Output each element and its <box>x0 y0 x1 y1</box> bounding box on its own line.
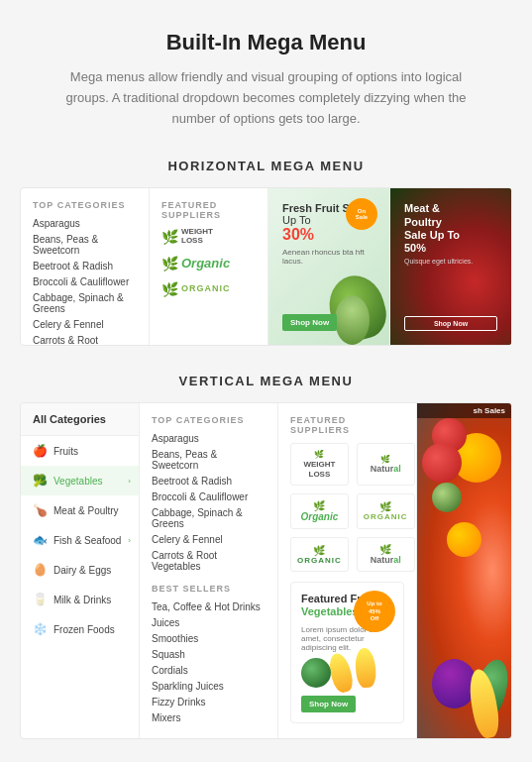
food-background: sh Sales <box>417 403 511 738</box>
sidebar-item-fish[interactable]: 🐟 Fish & Seafood › <box>21 525 139 555</box>
leaf-icon: 🌿 <box>379 501 391 512</box>
sidebar-item-dairy[interactable]: 🥚 Dairy & Eggs <box>21 555 139 585</box>
list-item[interactable]: 🌿 Organic <box>290 493 349 529</box>
dairy-icon: 🥚 <box>33 563 48 577</box>
fish-icon: 🐟 <box>33 533 48 547</box>
list-item[interactable]: Sparkling Juices <box>152 681 266 692</box>
sidebar-item-label: Milk & Drinks <box>53 595 111 605</box>
list-item[interactable]: Asparagus <box>33 218 137 229</box>
list-item[interactable]: 🌿 ORGANIC <box>161 281 256 297</box>
vertical-categories-panel: TOP CATEGORIES Asparagus Beans, Peas & S… <box>140 403 278 738</box>
list-item[interactable]: 🌿 WEIGHT LOSS <box>290 443 349 486</box>
list-item[interactable]: Squash <box>152 649 266 660</box>
list-item[interactable]: Cordials <box>152 665 266 676</box>
list-item[interactable]: 🌿 Organic <box>161 256 256 272</box>
featured-shop-now-button[interactable]: Shop Now <box>301 696 356 712</box>
list-item[interactable]: 🌿 WEIGHT LOSS <box>161 228 256 246</box>
list-item[interactable]: Juices <box>152 617 266 628</box>
sidebar-item-label: Vegetables <box>53 476 103 487</box>
vegetable-decoration <box>310 256 389 345</box>
page-wrapper: Built-In Mega Menu Mega menus allow frie… <box>0 0 532 762</box>
list-item[interactable]: 🌿 ORGANIC <box>357 493 415 529</box>
discount-badge: Up to45%Off <box>354 591 395 632</box>
vertical-sidebar: All Categories 🍎 Fruits 🥦 Vegetables › 🍗… <box>21 403 140 738</box>
list-item[interactable]: Beetroot & Radish <box>33 261 137 272</box>
list-item[interactable]: Carrots & Root Vegetables <box>152 550 266 572</box>
list-item[interactable]: Broccoli & Cauliflower <box>33 276 137 287</box>
horizontal-mega-menu: TOP CATEGORIES Asparagus Beans, Peas & S… <box>20 187 512 346</box>
best-sellers-label: BEST SELLERS <box>152 584 266 594</box>
leaf-icon: 🌿 <box>313 500 325 511</box>
sidebar-item-label: Meat & Poultry <box>53 505 119 516</box>
fruits-icon: 🍎 <box>33 444 48 458</box>
lime-decoration <box>432 483 462 512</box>
leaf-icon: 🌿 <box>161 281 178 297</box>
vertical-promo-image: sh Sales <box>417 403 511 738</box>
list-item[interactable]: 🌿 Natural <box>357 537 415 572</box>
meat-poultry-text: Meat &PoultrySale Up To50% Quisque eget … <box>404 202 497 265</box>
meat-title: Meat &PoultrySale Up To50% <box>404 202 497 255</box>
tomato-decoration <box>422 443 462 483</box>
horizontal-promos-panel: Fresh Fruit Sale Up To 30% Aenean rhoncu… <box>268 188 511 345</box>
sidebar-item-label: Dairy & Eggs <box>53 565 111 576</box>
sidebar-item-label: Fruits <box>53 446 78 457</box>
horizontal-section-title: HORIZONTAL MEGA MENU <box>20 159 512 173</box>
leaf-icon: 🌿 <box>161 229 178 245</box>
list-item[interactable]: Celery & Fennel <box>152 534 266 545</box>
list-item[interactable]: Smoothies <box>152 633 266 644</box>
chevron-right-icon: › <box>128 477 131 486</box>
list-item[interactable]: 🌿 ORGANIC <box>290 537 349 572</box>
leaf-icon: 🌿 <box>314 450 324 460</box>
list-item[interactable]: Beans, Peas & Sweetcorn <box>152 449 266 471</box>
list-item[interactable]: Celery & Fennel <box>33 319 137 330</box>
sidebar-item-vegetables[interactable]: 🥦 Vegetables › <box>21 466 139 495</box>
extra-orange-decoration <box>447 522 481 557</box>
sidebar-item-milk[interactable]: 🥛 Milk & Drinks <box>21 585 139 614</box>
horizontal-categories-panel: TOP CATEGORIES Asparagus Beans, Peas & S… <box>21 188 150 345</box>
list-item[interactable]: Mixers <box>152 712 266 723</box>
list-item[interactable]: Tea, Coffee & Hot Drinks <box>152 601 266 612</box>
leaf-icon: 🌿 <box>380 455 390 464</box>
list-item[interactable]: Asparagus <box>152 433 266 444</box>
top-categories-label: TOP CATEGORIES <box>33 200 137 210</box>
leaf-icon: 🌿 <box>313 545 325 556</box>
list-item[interactable]: Beans, Peas & Sweetcorn <box>33 234 137 256</box>
meat-description: Quisque eget ultricies. <box>404 258 497 265</box>
page-description: Mega menus allow friendly and visual gro… <box>58 67 475 129</box>
shop-now-button[interactable]: Shop Now <box>282 314 337 331</box>
milk-icon: 🥛 <box>33 593 48 606</box>
list-item[interactable]: Beetroot & Radish <box>152 476 266 487</box>
list-item[interactable]: Carrots & Root Vegetables <box>33 335 137 346</box>
v-top-categories-label: TOP CATEGORIES <box>152 415 266 425</box>
vertical-main-content: TOP CATEGORIES Asparagus Beans, Peas & S… <box>140 403 511 738</box>
list-item[interactable]: Cabbage, Spinach & Greens <box>152 507 266 529</box>
sidebar-item-frozen[interactable]: ❄️ Frozen Foods <box>21 614 139 644</box>
meat-icon: 🍗 <box>33 503 48 517</box>
leaf-icon: 🌿 <box>379 544 391 555</box>
fresh-sales-label: sh Sales <box>417 403 511 418</box>
vertical-suppliers-panel: FEATURED SUPPLIERS 🌿 WEIGHT LOSS 🌿 Natur… <box>278 403 417 738</box>
veg-decoration <box>301 658 393 688</box>
all-categories-header: All Categories <box>21 403 139 436</box>
vertical-section-title: VERTICAL MEGA MENU <box>20 374 512 388</box>
chevron-right-icon: › <box>128 536 131 545</box>
page-title: Built-In Mega Menu <box>20 30 512 55</box>
list-item[interactable]: Cabbage, Spinach & Greens <box>33 292 137 314</box>
fresh-fruit-promo-card: Fresh Fruit Sale Up To 30% Aenean rhoncu… <box>268 188 390 345</box>
list-item[interactable]: 🌿 Natural <box>357 443 415 486</box>
sidebar-item-meat[interactable]: 🍗 Meat & Poultry <box>21 495 139 525</box>
meat-shop-now-button[interactable]: Shop Now <box>404 316 497 331</box>
sidebar-item-label: Frozen Foods <box>53 624 115 635</box>
list-item[interactable]: Fizzy Drinks <box>152 697 266 708</box>
meat-poultry-promo-card: Meat &PoultrySale Up To50% Quisque eget … <box>390 188 511 345</box>
frozen-icon: ❄️ <box>33 622 48 636</box>
header-section: Built-In Mega Menu Mega menus allow frie… <box>20 30 512 129</box>
vegetables-icon: 🥦 <box>33 474 48 488</box>
colored-title: Vegetables. <box>301 605 362 617</box>
sidebar-item-fruits[interactable]: 🍎 Fruits <box>21 436 139 466</box>
supplier-grid: 🌿 WEIGHT LOSS 🌿 Natural 🌿 Organic 🌿 <box>290 443 404 572</box>
featured-suppliers-label: FEATURED SUPPLIERS <box>161 200 256 220</box>
list-item[interactable]: Broccoli & Cauliflower <box>152 491 266 502</box>
sidebar-item-label: Fish & Seafood <box>53 535 121 546</box>
vertical-mega-menu: All Categories 🍎 Fruits 🥦 Vegetables › 🍗… <box>20 402 512 739</box>
